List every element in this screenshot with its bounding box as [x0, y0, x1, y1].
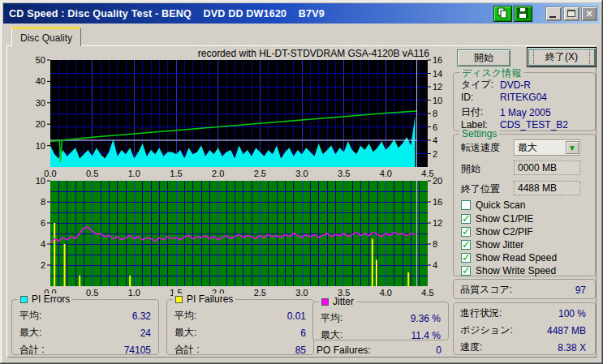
- save-icon: [517, 7, 529, 19]
- jitter-statbox: Jitter 平均:9.36 % 最大:11.4 %: [312, 302, 449, 340]
- svg-text:2: 2: [433, 149, 437, 159]
- close-icon: ✕: [585, 9, 593, 19]
- checkbox-show-jitter[interactable]: ✓Show Jitter: [461, 239, 523, 251]
- svg-text:4.0: 4.0: [380, 288, 392, 298]
- transfer-speed-label: 転送速度: [454, 141, 507, 155]
- quality-score-box: 品質スコア: 97: [453, 279, 596, 299]
- checkbox-show-c2-pif[interactable]: ✓Show C2/PIF: [461, 226, 533, 238]
- svg-text:10: 10: [433, 96, 442, 105]
- svg-text:4: 4: [41, 239, 45, 249]
- progress-box: 進行状況:100 % ポジション:4487 MB 速度:8.38 X: [453, 302, 596, 355]
- start-position-input[interactable]: 0000 MB: [514, 161, 580, 175]
- pi-failures-caption: PI Failures: [173, 293, 235, 305]
- svg-text:40: 40: [36, 76, 45, 86]
- svg-text:6: 6: [41, 218, 45, 228]
- disc-info-row: 日付:1 May 2005: [454, 105, 595, 119]
- chevron-down-icon[interactable]: ▼: [566, 141, 579, 154]
- checkmark-icon: ✓: [462, 238, 471, 251]
- window-title: CD Speed : Disc Quality Test - BENQ DVD …: [9, 8, 493, 19]
- copy-icon-button[interactable]: [493, 6, 512, 22]
- checkbox-show-write-speed[interactable]: ✓Show Write Speed: [461, 265, 556, 276]
- checkbox-show-c1-pie[interactable]: ✓Show C1/PIE: [461, 213, 533, 225]
- svg-text:10: 10: [36, 176, 45, 186]
- checkbox-show-read-speed[interactable]: ✓Show Read Speed: [461, 252, 557, 263]
- maximize-icon: [567, 10, 575, 17]
- stat-row: 平均:6.32: [12, 307, 158, 324]
- stat-row: 最大:6: [167, 324, 313, 341]
- svg-text:4: 4: [433, 260, 437, 270]
- end-position-input[interactable]: 4488 MB: [514, 181, 580, 195]
- checkbox-quick-scan[interactable]: ✓Quick Scan: [461, 199, 525, 211]
- pi-failures-statbox: PI Failures 平均:0.01 最大:6 合計 :85: [166, 299, 314, 355]
- svg-text:12: 12: [433, 218, 442, 228]
- svg-text:20: 20: [36, 119, 45, 129]
- jitter-caption: Jitter: [319, 296, 356, 307]
- svg-text:12: 12: [433, 82, 442, 92]
- pi-failures-legend-chip: [175, 296, 183, 303]
- stat-row: 最大:11.4 %: [313, 327, 448, 344]
- svg-text:2.5: 2.5: [254, 288, 266, 298]
- checkmark-icon: ✓: [462, 251, 471, 263]
- svg-text:16: 16: [433, 55, 442, 65]
- svg-text:4: 4: [433, 135, 437, 145]
- svg-text:14: 14: [433, 69, 442, 79]
- checkmark-icon: ✓: [462, 212, 471, 225]
- svg-text:20: 20: [433, 176, 442, 186]
- pi-errors-speed-chart: 10203040502468101214160.00.51.01.52.02.5…: [13, 55, 447, 178]
- end-position-label: 終了位置: [454, 182, 507, 196]
- svg-text:8: 8: [433, 109, 437, 118]
- tab-disc-quality[interactable]: Disc Quality: [11, 27, 81, 46]
- main-panel: recorded with HL-DT-STDVDRAM GSA-4120B v…: [6, 45, 597, 358]
- po-failures-value: 0: [436, 345, 441, 356]
- svg-text:8: 8: [41, 197, 45, 207]
- svg-text:10: 10: [36, 141, 45, 151]
- checkmark-icon: ✓: [462, 264, 471, 276]
- svg-text:2: 2: [41, 260, 45, 270]
- svg-text:50: 50: [36, 55, 45, 65]
- save-icon-button[interactable]: [514, 6, 532, 22]
- svg-text:4.5: 4.5: [421, 288, 433, 298]
- pi-errors-legend-chip: [20, 296, 28, 303]
- svg-text:3.0: 3.0: [295, 288, 308, 298]
- minimize-button[interactable]: [545, 6, 562, 21]
- svg-text:6: 6: [433, 122, 437, 132]
- po-failures-row: PO Failures: 0: [312, 345, 449, 356]
- app-window: CD Speed : Disc Quality Test - BENQ DVD …: [0, 0, 603, 364]
- stat-row: 最大:24: [12, 324, 158, 341]
- progress-row: 速度:8.38 X: [454, 339, 595, 356]
- stat-row: 平均:0.01: [167, 307, 313, 324]
- svg-text:30: 30: [36, 98, 45, 108]
- start-button[interactable]: 開始: [457, 49, 510, 66]
- disc-info-group: ディスク情報 タイプ:DVD-R ID:RITEKG04 日付:1 May 20…: [453, 72, 596, 131]
- po-failures-label: PO Failures:: [317, 345, 371, 356]
- svg-text:16: 16: [433, 197, 442, 207]
- svg-text:1.0: 1.0: [128, 288, 140, 298]
- stat-row: 合計 :85: [167, 341, 313, 358]
- progress-row: 進行状況:100 %: [454, 305, 595, 322]
- svg-text:0.5: 0.5: [86, 288, 98, 298]
- checkmark-icon: ✓: [462, 199, 471, 211]
- titlebar[interactable]: CD Speed : Disc Quality Test - BENQ DVD …: [3, 3, 600, 24]
- stat-row: 合計 :74105: [12, 341, 158, 358]
- progress-row: ポジション:4487 MB: [454, 322, 595, 339]
- pi-errors-caption: PI Errors: [18, 293, 72, 305]
- svg-text:8: 8: [433, 239, 437, 249]
- transfer-speed-select[interactable]: 最大 ▼: [514, 139, 580, 156]
- settings-caption: Settings: [459, 128, 499, 139]
- quality-score-value: 97: [575, 285, 586, 296]
- disc-info-row: タイプ:DVD-R: [454, 78, 595, 92]
- copy-icon: [497, 7, 509, 19]
- quality-score-label: 品質スコア:: [460, 283, 512, 297]
- pi-errors-statbox: PI Errors 平均:6.32 最大:24 合計 :74105: [11, 299, 159, 355]
- checkmark-icon: ✓: [462, 225, 471, 238]
- minimize-icon: [549, 16, 556, 18]
- exit-button[interactable]: 終了(X): [527, 47, 597, 67]
- settings-group: Settings 転送速度 最大 ▼ 開始 0000 MB 終了位置 4488 …: [453, 134, 596, 276]
- close-button[interactable]: ✕: [581, 6, 597, 21]
- tab-label: Disc Quality: [20, 32, 72, 44]
- jitter-pi-failures-chart: 246810481216200.00.51.01.52.02.53.03.54.…: [13, 176, 447, 298]
- jitter-legend-chip: [321, 298, 329, 306]
- stat-row: 平均:9.36 %: [313, 310, 448, 327]
- disc-info-row: ID:RITEKG04: [454, 92, 595, 103]
- maximize-button[interactable]: [563, 6, 579, 21]
